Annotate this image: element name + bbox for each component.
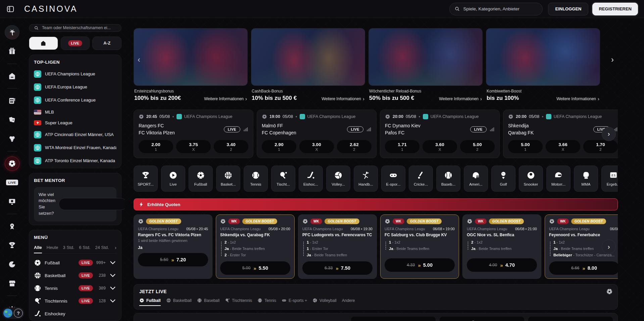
live-tab-esports[interactable]: E-sports + (282, 298, 307, 306)
rail-item-casino-lobby[interactable] (5, 25, 19, 40)
league-item[interactable]: ATP Toronto Einzel Männer, Kanada (34, 157, 116, 165)
more-info-link[interactable]: Weitere Informationen› (204, 96, 247, 102)
boost-odds-button[interactable]: 5.00»5.50 (220, 261, 290, 275)
boost-card[interactable]: WK GOLDEN BOOST UEFA Champions League06/… (298, 214, 377, 279)
boosted-odds-banner[interactable]: Erhöhte Quoten (134, 198, 618, 210)
odd-button[interactable]: 2.001 (139, 140, 173, 153)
chip-eishockey[interactable]: Eishoc... (299, 166, 323, 192)
tab-6std[interactable]: 6 Std. (79, 245, 91, 250)
register-button[interactable]: REGISTRIEREN (592, 3, 638, 15)
odd-button[interactable]: 3.75X (176, 140, 211, 153)
live-tab-basketball[interactable]: Basketball (166, 298, 192, 306)
promo-banner-cashback[interactable]: CashBack-Bonus 10% bis zu 500 € Weitere … (251, 28, 365, 102)
boost-card[interactable]: GOLDEN BOOST UEFA Champions League05/08 … (134, 214, 212, 279)
match-card[interactable]: 20:0005/08● UEFA Champions League Shkend… (503, 110, 618, 158)
match-card[interactable]: 20:4505/08● UEFA Champions League Ranger… (134, 110, 253, 158)
sport-row-fussball[interactable]: Fußball LIVE 999+ (34, 259, 116, 266)
rail-item-sports-active[interactable] (5, 156, 19, 171)
tab-az[interactable]: A-Z (92, 37, 121, 50)
boost-odds-button[interactable]: 6.33»7.50 (302, 261, 373, 275)
chip-fussball[interactable]: Fußball (189, 166, 213, 192)
language-globe-icon[interactable] (3, 309, 12, 318)
boost-card[interactable]: WK GOLDEN BOOST UEFA Champions League05/… (216, 214, 295, 279)
rail-item-tournaments[interactable] (5, 238, 19, 253)
chip-mma[interactable]: MMA (574, 166, 598, 192)
promo-banner-first-deposit[interactable]: Ersteinzahlungsbonus 100% bis zu 200€ We… (134, 28, 248, 102)
promo-banner-reload[interactable]: Wöchentlicher Reload-Bonus 50% bis zu 50… (368, 28, 483, 102)
match-card[interactable]: 19:0005/08● UEFA Champions League Malmö … (257, 110, 377, 158)
help-icon[interactable]: ? (14, 309, 23, 318)
tabs-next-icon[interactable]: › (115, 245, 116, 250)
sport-row-tischtennis[interactable]: Tischtennis LIVE 128 (34, 297, 116, 305)
more-info-link[interactable]: Weitere Informationen› (556, 96, 599, 102)
matches-next-button[interactable]: › (602, 127, 616, 141)
bet-amount-input[interactable] (59, 198, 125, 210)
rail-item-games[interactable] (5, 257, 19, 272)
stats-icon[interactable] (489, 127, 495, 132)
rail-item-home[interactable] (5, 69, 19, 83)
boost-odds-button[interactable]: 6.66»8.00 (549, 261, 618, 275)
live-tab-baseball[interactable]: Baseball (197, 298, 219, 306)
market-dropdown-handicap[interactable]: Handicap (528, 317, 613, 321)
match-card[interactable]: 20:0005/08● UEFA Champions League FC Dyn… (380, 110, 500, 158)
boost-card[interactable]: WK GOLDEN BOOST UEFA Champions League06/… (380, 214, 459, 279)
chip-snooker[interactable]: Snooker (519, 166, 543, 192)
live-tab-tischtennis[interactable]: Tischtennis (225, 298, 252, 306)
sport-row-basketball[interactable]: Basketball LIVE 238 (34, 272, 116, 279)
league-item[interactable]: UEFA Europa League (34, 83, 116, 91)
tab-home[interactable] (29, 37, 58, 50)
odd-button[interactable]: 1.702 (583, 140, 618, 153)
tab-heute[interactable]: Heute (47, 245, 58, 250)
chip-ergebnisse[interactable]: 2:1Ergeb... (601, 166, 618, 192)
team-search[interactable] (29, 24, 121, 32)
login-button[interactable]: EINLOGGEN (548, 3, 588, 15)
live-tab-tennis[interactable]: Tennis (257, 298, 276, 306)
chip-baseball[interactable]: Baseb... (436, 166, 460, 192)
global-search-input[interactable] (463, 6, 538, 11)
odd-button[interactable]: 5.001 (508, 140, 543, 153)
tab-3std[interactable]: 3 Std. (63, 245, 75, 250)
league-item[interactable]: Super League (34, 120, 116, 125)
chip-sportwetten[interactable]: SPORT... (134, 166, 158, 192)
odd-button[interactable]: 3.66X (546, 140, 580, 153)
chip-golf[interactable]: Golf (491, 166, 515, 192)
rail-item-sports-tv[interactable] (5, 194, 19, 209)
chip-tennis[interactable]: Tennis (244, 166, 268, 192)
sport-row-eishockey[interactable]: Eishockey (34, 310, 116, 317)
boost-odds-button[interactable]: 4.00»4.70 (467, 258, 537, 272)
stats-icon[interactable] (243, 127, 248, 132)
league-item[interactable]: UEFA Champions League (34, 70, 116, 78)
rail-item-shop[interactable] (5, 276, 19, 291)
chip-american-football[interactable]: Ameri... (464, 166, 488, 192)
tab-live[interactable]: LIVE (61, 37, 90, 50)
live-tab-andere[interactable]: Andere (342, 298, 355, 306)
boost-odds-button[interactable]: 4.33»5.00 (385, 258, 455, 272)
boost-card[interactable]: WK GOLDEN BOOST UEFA Champions League06/… (462, 214, 541, 279)
live-tab-volleyball[interactable]: Volleyball (312, 298, 337, 306)
odd-button[interactable]: 2.901 (262, 140, 296, 153)
league-item[interactable]: WTA Montreal Einzel Frauen, Kanada (34, 144, 116, 151)
chip-live[interactable]: Live (161, 166, 185, 192)
chip-basketball[interactable]: Basket... (216, 166, 240, 192)
rail-item-slots[interactable] (5, 93, 19, 108)
carousel-next-icon[interactable]: › (608, 55, 617, 64)
league-item[interactable]: UEFA Conference League (34, 97, 116, 104)
tab-24std[interactable]: 24 Std. (95, 245, 109, 250)
rail-item-table-games[interactable] (5, 113, 19, 127)
stats-icon[interactable] (366, 127, 371, 132)
chip-volleyball[interactable]: Volley... (326, 166, 350, 192)
rail-item-live-betting[interactable]: LIVE (5, 176, 19, 190)
chip-cricket[interactable]: Cricke... (409, 166, 433, 192)
market-dropdown-ueber-unter[interactable]: Über/Unter (440, 317, 524, 321)
rail-item-awards[interactable] (5, 219, 19, 234)
chip-esports[interactable]: E-spor... (381, 166, 405, 192)
more-info-link[interactable]: Weitere Informationen› (321, 96, 364, 102)
league-item[interactable]: ATP Cincinnati Einzel Männer, USA (34, 131, 116, 138)
more-info-link[interactable]: Weitere Informationen› (439, 96, 482, 102)
odd-button[interactable]: 5.002 (460, 140, 495, 153)
carousel-prev-icon[interactable]: ‹ (134, 55, 144, 64)
odd-button[interactable]: 1.711 (385, 140, 419, 153)
boost-next-button[interactable]: › (602, 240, 616, 254)
promo-banner-combo-boost[interactable]: Kombiwetten-Boost bis zu 100% Weitere In… (486, 28, 600, 102)
odd-button[interactable]: 3.60X (423, 140, 457, 153)
